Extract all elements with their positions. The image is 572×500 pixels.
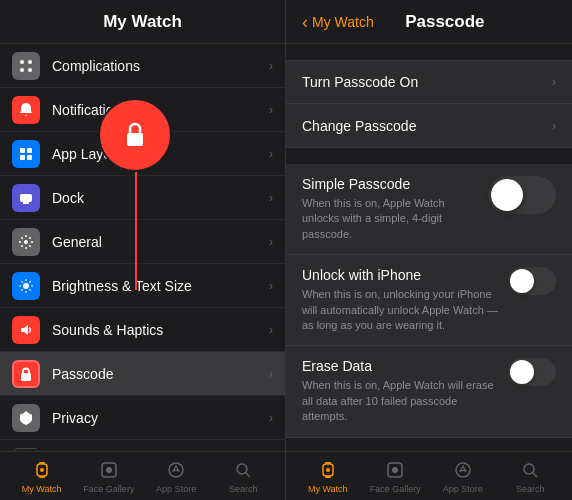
- svg-point-4: [28, 68, 32, 72]
- menu-item-sounds[interactable]: Sounds & Haptics ›: [0, 308, 285, 352]
- right-panel-title: Passcode: [374, 12, 516, 32]
- right-store-icon: [453, 460, 473, 480]
- brightness-icon-svg: [18, 278, 34, 294]
- menu-item-complications[interactable]: Complications ›: [0, 44, 285, 88]
- turn-passcode-on-item[interactable]: Turn Passcode On ›: [286, 60, 572, 104]
- erase-data-toggle[interactable]: [508, 358, 556, 386]
- left-nav-face-gallery[interactable]: Face Gallery: [75, 458, 142, 494]
- right-search-label: Search: [516, 484, 545, 494]
- left-header: My Watch: [0, 0, 285, 44]
- sounds-label: Sounds & Haptics: [52, 322, 269, 338]
- svg-point-11: [24, 240, 28, 244]
- face-gallery-nav-icon: [97, 458, 121, 482]
- passcode-icon-svg: [19, 367, 33, 381]
- app-store-nav-label: App Store: [156, 484, 196, 494]
- sounds-icon: [12, 316, 40, 344]
- menu-item-brightness[interactable]: Brightness & Text Size ›: [0, 264, 285, 308]
- svg-point-23: [106, 467, 112, 473]
- left-nav-app-store[interactable]: App Store: [143, 458, 210, 494]
- left-bottom-nav: My Watch Face Gallery App Store: [0, 451, 285, 500]
- svg-rect-13: [21, 373, 31, 381]
- back-button[interactable]: ‹ My Watch: [302, 13, 374, 31]
- svg-point-21: [40, 468, 44, 472]
- change-passcode-item[interactable]: Change Passcode ›: [286, 104, 572, 148]
- brightness-icon: [12, 272, 40, 300]
- general-icon: [12, 228, 40, 256]
- svg-rect-6: [27, 148, 32, 153]
- right-search-icon: [518, 458, 542, 482]
- passcode-label: Passcode: [52, 366, 269, 382]
- svg-rect-7: [20, 155, 25, 160]
- unlock-iphone-desc: When this is on, unlocking your iPhone w…: [302, 287, 500, 333]
- passcode-chevron: ›: [269, 367, 273, 381]
- right-my-watch-nav-icon: [316, 458, 340, 482]
- turn-passcode-on-label: Turn Passcode On: [302, 74, 418, 90]
- right-search-svg-icon: [520, 460, 540, 480]
- privacy-chevron: ›: [269, 411, 273, 425]
- svg-point-1: [20, 60, 24, 64]
- complications-label: Complications: [52, 58, 269, 74]
- right-app-store-label: App Store: [443, 484, 483, 494]
- right-my-watch-nav-label: My Watch: [308, 484, 348, 494]
- svg-rect-10: [23, 202, 29, 204]
- simple-passcode-toggle[interactable]: [488, 176, 556, 214]
- left-nav-my-watch[interactable]: My Watch: [8, 458, 75, 494]
- unlock-iphone-group: Unlock with iPhone When this is on, unlo…: [302, 267, 508, 333]
- svg-rect-0: [127, 133, 143, 146]
- erase-data-toggle-thumb: [510, 360, 534, 384]
- simple-passcode-label: Simple Passcode: [302, 176, 480, 192]
- svg-rect-19: [39, 462, 45, 464]
- notifications-icon-svg: [18, 102, 34, 118]
- svg-point-12: [23, 283, 29, 289]
- sounds-icon-svg: [18, 322, 34, 338]
- right-watch-icon: [318, 460, 338, 480]
- notifications-chevron: ›: [269, 103, 273, 117]
- unlock-iphone-label: Unlock with iPhone: [302, 267, 500, 283]
- right-face-gallery-label: Face Gallery: [370, 484, 421, 494]
- svg-rect-5: [20, 148, 25, 153]
- right-nav-search[interactable]: Search: [497, 458, 565, 494]
- simple-passcode-group: Simple Passcode When this is on, Apple W…: [302, 176, 488, 242]
- right-nav-app-store[interactable]: App Store: [429, 458, 497, 494]
- right-content: Turn Passcode On › Change Passcode › Sim…: [286, 44, 572, 451]
- erase-data-group: Erase Data When this is on, Apple Watch …: [302, 358, 508, 424]
- right-face-icon: [385, 460, 405, 480]
- face-gallery-icon: [99, 460, 119, 480]
- unlock-iphone-toggle[interactable]: [508, 267, 556, 295]
- svg-rect-9: [20, 194, 32, 202]
- simple-passcode-toggle-thumb: [491, 179, 523, 211]
- complications-icon: [12, 52, 40, 80]
- menu-item-passcode[interactable]: Passcode ›: [0, 352, 285, 396]
- notifications-icon: [12, 96, 40, 124]
- erase-data-item: Erase Data When this is on, Apple Watch …: [286, 346, 572, 437]
- app-layout-chevron: ›: [269, 147, 273, 161]
- general-label: General: [52, 234, 269, 250]
- menu-item-activity[interactable]: Activity ›: [0, 440, 285, 451]
- complications-icon-svg: [18, 58, 34, 74]
- menu-item-privacy[interactable]: Privacy ›: [0, 396, 285, 440]
- erase-data-desc: When this is on, Apple Watch will erase …: [302, 378, 500, 424]
- svg-point-31: [392, 467, 398, 473]
- app-layout-icon-svg: [18, 146, 34, 162]
- svg-point-33: [524, 464, 534, 474]
- search-nav-icon: [231, 458, 255, 482]
- right-app-store-icon: [451, 458, 475, 482]
- unlock-iphone-item: Unlock with iPhone When this is on, unlo…: [286, 255, 572, 346]
- svg-rect-28: [325, 476, 331, 478]
- right-nav-face-gallery[interactable]: Face Gallery: [362, 458, 430, 494]
- erase-data-label: Erase Data: [302, 358, 500, 374]
- right-nav-my-watch[interactable]: My Watch: [294, 458, 362, 494]
- back-chevron: ‹: [302, 13, 308, 31]
- simple-passcode-desc: When this is on, Apple Watch unlocks wit…: [302, 196, 480, 242]
- lock-overlay-icon: [100, 100, 170, 170]
- left-nav-search[interactable]: Search: [210, 458, 277, 494]
- app-store-nav-icon: [164, 458, 188, 482]
- simple-passcode-item: Simple Passcode When this is on, Apple W…: [286, 164, 572, 255]
- change-passcode-label: Change Passcode: [302, 118, 416, 134]
- menu-item-general[interactable]: General ›: [0, 220, 285, 264]
- lock-icon: [119, 119, 151, 151]
- watch-icon: [32, 460, 52, 480]
- menu-item-dock[interactable]: Dock ›: [0, 176, 285, 220]
- right-face-gallery-icon: [383, 458, 407, 482]
- right-header: ‹ My Watch Passcode: [286, 0, 572, 44]
